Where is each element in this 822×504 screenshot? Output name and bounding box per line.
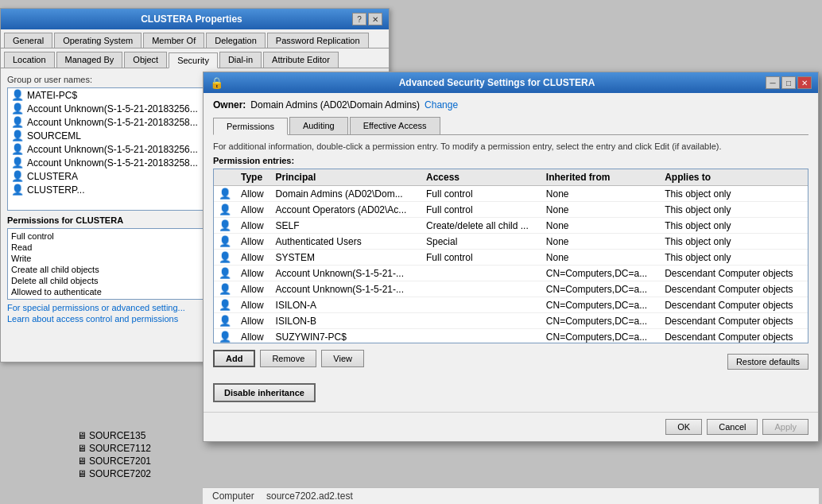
remove-button[interactable]: Remove bbox=[260, 350, 316, 367]
user-icon: 👤 bbox=[11, 116, 24, 128]
row-type: Allow bbox=[236, 218, 271, 234]
owner-label: Owner: bbox=[213, 99, 246, 110]
row-access: Create/delete all child ... bbox=[421, 218, 541, 234]
row-inherited: None bbox=[541, 186, 660, 202]
row-applies: Descendant Computer objects bbox=[660, 329, 808, 344]
advanced-security-window: 🔒 Advanced Security Settings for CLUSTER… bbox=[203, 72, 819, 442]
row-principal: SELF bbox=[271, 218, 421, 234]
row-inherited: CN=Computers,DC=a... bbox=[541, 297, 660, 313]
adv-apply-button[interactable]: Apply bbox=[762, 419, 808, 435]
tab-object[interactable]: Object bbox=[124, 52, 167, 68]
table-row[interactable]: 👤 Allow Account Operators (AD02\Ac... Fu… bbox=[214, 202, 808, 218]
list-item[interactable]: 🖥SOURCE135 bbox=[76, 429, 203, 442]
user-icon: 👤 bbox=[219, 283, 231, 295]
row-applies: This object only bbox=[660, 186, 808, 202]
tab-location[interactable]: Location bbox=[4, 52, 55, 68]
table-row[interactable]: 👤 Allow SYSTEM Full control None This ob… bbox=[214, 250, 808, 266]
perm-table: Type Principal Access Inherited from App… bbox=[214, 169, 808, 343]
row-access bbox=[421, 329, 541, 344]
table-row[interactable]: 👤 Allow ISILON-B CN=Computers,DC=a... De… bbox=[214, 313, 808, 329]
row-icon-cell: 👤 bbox=[214, 313, 236, 329]
tab-managed-by[interactable]: Managed By bbox=[56, 52, 123, 68]
row-icon-cell: 👤 bbox=[214, 186, 236, 202]
row-access: Special bbox=[421, 234, 541, 250]
disable-inheritance-button[interactable]: Disable inheritance bbox=[213, 383, 316, 402]
list-item[interactable]: 🖥SOURCE7112 bbox=[76, 442, 203, 455]
adv-content: Owner: Domain Admins (AD02\Domain Admins… bbox=[204, 93, 818, 412]
row-icon-cell: 👤 bbox=[214, 202, 236, 218]
tab-security[interactable]: Security bbox=[169, 52, 218, 68]
list-item[interactable]: 🖥SOURCE7202 bbox=[76, 467, 203, 480]
tab-general[interactable]: General bbox=[4, 33, 52, 48]
row-principal: ISILON-A bbox=[271, 297, 421, 313]
user-icon: 👤 bbox=[11, 157, 24, 169]
user-icon: 👤 bbox=[219, 315, 231, 327]
row-type: Allow bbox=[236, 234, 271, 250]
col-principal: Principal bbox=[271, 169, 421, 186]
adv-close-button[interactable]: ✕ bbox=[797, 76, 812, 89]
table-row[interactable]: 👤 Allow ISILON-A CN=Computers,DC=a... De… bbox=[214, 297, 808, 313]
user-icon: 👤 bbox=[11, 170, 24, 182]
row-inherited: CN=Computers,DC=a... bbox=[541, 281, 660, 297]
row-icon-cell: 👤 bbox=[214, 266, 236, 281]
user-icon: 👤 bbox=[11, 89, 24, 101]
row-type: Allow bbox=[236, 202, 271, 218]
add-button[interactable]: Add bbox=[213, 350, 255, 367]
user-icon: 👤 bbox=[219, 331, 231, 343]
tab-password-replication[interactable]: Password Replication bbox=[267, 33, 369, 48]
table-row[interactable]: 👤 Allow Account Unknown(S-1-5-21-... CN=… bbox=[214, 281, 808, 297]
adv-tab-effective-access[interactable]: Effective Access bbox=[350, 117, 440, 134]
tab-delegation[interactable]: Delegation bbox=[206, 33, 266, 48]
adv-action-buttons: Add Remove View bbox=[213, 350, 364, 367]
adv-ok-button[interactable]: OK bbox=[665, 419, 702, 435]
adv-minimize-button[interactable]: ─ bbox=[766, 76, 780, 89]
table-row[interactable]: 👤 Allow SUZYWIN7-PC$ CN=Computers,DC=a..… bbox=[214, 329, 808, 344]
tab-operating-system[interactable]: Operating System bbox=[54, 33, 142, 48]
adv-cancel-button[interactable]: Cancel bbox=[707, 419, 758, 435]
row-access bbox=[421, 313, 541, 329]
tab-dial-in[interactable]: Dial-in bbox=[219, 52, 262, 68]
adv-maximize-button[interactable]: □ bbox=[781, 76, 796, 89]
row-inherited: CN=Computers,DC=a... bbox=[541, 313, 660, 329]
help-button[interactable]: ? bbox=[352, 13, 366, 25]
table-row[interactable]: 👤 Allow Authenticated Users Special None… bbox=[214, 234, 808, 250]
table-row[interactable]: 👤 Allow Domain Admins (AD02\Dom... Full … bbox=[214, 186, 808, 202]
status-type: Computer bbox=[212, 490, 254, 502]
user-icon: 👤 bbox=[11, 103, 24, 114]
change-link[interactable]: Change bbox=[425, 99, 458, 110]
computer-icon: 🖥 bbox=[77, 456, 87, 467]
row-inherited: None bbox=[541, 202, 660, 218]
computer-list-section: 🖥SOURCE135🖥SOURCE7112🖥SOURCE7201🖥SOURCE7… bbox=[76, 429, 203, 480]
restore-defaults-button[interactable]: Restore defaults bbox=[727, 354, 808, 370]
row-applies: Descendant Computer objects bbox=[660, 313, 808, 329]
owner-row: Owner: Domain Admins (AD02\Domain Admins… bbox=[213, 99, 808, 110]
tab-member-of[interactable]: Member Of bbox=[143, 33, 204, 48]
close-button[interactable]: ✕ bbox=[368, 13, 382, 25]
adv-tab-auditing[interactable]: Auditing bbox=[289, 117, 348, 134]
table-row[interactable]: 👤 Allow SELF Create/delete all child ...… bbox=[214, 218, 808, 234]
row-applies: Descendant Computer objects bbox=[660, 281, 808, 297]
col-type: Type bbox=[236, 169, 271, 186]
perm-table-wrapper[interactable]: Type Principal Access Inherited from App… bbox=[213, 169, 808, 343]
clustera-win-buttons: ? ✕ bbox=[352, 13, 382, 25]
row-applies: Descendant Computer objects bbox=[660, 297, 808, 313]
user-icon: 👤 bbox=[219, 299, 231, 311]
clustera-title-bar: CLUSTERA Properties ? ✕ bbox=[1, 9, 389, 29]
row-access: Full control bbox=[421, 202, 541, 218]
adv-tab-permissions[interactable]: Permissions bbox=[213, 118, 288, 135]
row-applies: This object only bbox=[660, 202, 808, 218]
row-type: Allow bbox=[236, 250, 271, 266]
row-icon-cell: 👤 bbox=[214, 281, 236, 297]
list-item[interactable]: 🖥SOURCE7201 bbox=[76, 455, 203, 467]
row-principal: Authenticated Users bbox=[271, 234, 421, 250]
adv-tabs: Permissions Auditing Effective Access bbox=[213, 117, 808, 135]
row-access: Full control bbox=[421, 186, 541, 202]
status-value: source7202.ad2.test bbox=[266, 490, 353, 502]
user-icon: 👤 bbox=[219, 188, 231, 200]
user-icon: 👤 bbox=[219, 204, 231, 215]
tab-attribute-editor[interactable]: Attribute Editor bbox=[263, 52, 339, 68]
row-principal: Account Operators (AD02\Ac... bbox=[271, 202, 421, 218]
table-row[interactable]: 👤 Allow Account Unknown(S-1-5-21-... CN=… bbox=[214, 266, 808, 281]
view-button[interactable]: View bbox=[321, 350, 364, 367]
row-applies: This object only bbox=[660, 234, 808, 250]
